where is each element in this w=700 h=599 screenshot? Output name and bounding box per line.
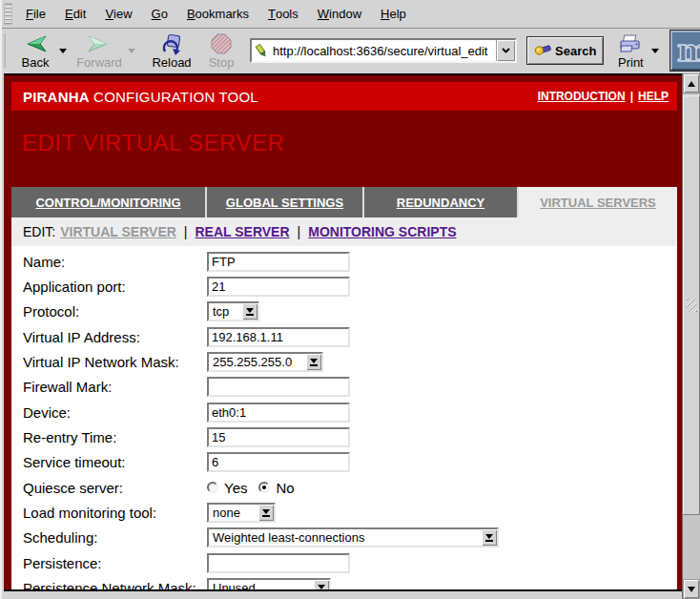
subnav-link-real-server[interactable]: REAL SERVER <box>196 224 290 239</box>
scroll-up-button[interactable] <box>683 73 700 93</box>
subnav-separator: | <box>184 224 188 239</box>
form-row-firewall-mark: Firewall Mark: <box>11 375 677 400</box>
scroll-up-icon <box>688 81 695 87</box>
device-input[interactable] <box>207 403 350 423</box>
url-input[interactable] <box>271 40 496 61</box>
form-row-persistence: Persistence: <box>11 550 677 575</box>
scheduling-select[interactable]: Weighted least-connections <box>207 527 499 547</box>
scroll-down-button[interactable] <box>683 579 700 599</box>
forward-label: Forward <box>76 56 122 69</box>
navigation-toolbar: Back Forward Reload <box>2 29 700 72</box>
subnav-link-virtual-server[interactable]: VIRTUAL SERVER <box>60 224 176 239</box>
url-bar <box>250 38 517 63</box>
svg-text:m: m <box>677 33 700 68</box>
forward-button[interactable]: Forward <box>72 31 126 71</box>
print-dropdown-button[interactable] <box>649 31 661 71</box>
url-dropdown-button[interactable] <box>496 40 515 61</box>
back-button[interactable]: Back <box>13 31 57 71</box>
quiesce-server-no-radio[interactable] <box>258 482 270 493</box>
reload-button[interactable]: Reload <box>147 31 196 71</box>
form-row-service-timeout: Service timeout: <box>11 450 677 475</box>
label-re-entry-time: Re-entry Time: <box>23 429 207 445</box>
search-button[interactable]: Search <box>526 36 604 65</box>
tab-control-monitoring[interactable]: CONTROL/MONITORING <box>11 187 207 217</box>
label-scheduling: Scheduling: <box>23 529 207 546</box>
label-name: Name: <box>23 254 207 270</box>
form-row-virtual-ip-network-mask: Virtual IP Network Mask:255.255.255.0 <box>11 349 677 374</box>
dropdown-arrow-icon <box>258 505 274 521</box>
label-virtual-ip-network-mask: Virtual IP Network Mask: <box>23 354 207 370</box>
application-port-input[interactable] <box>207 277 350 297</box>
protocol-select[interactable]: tcp <box>207 301 259 321</box>
page-title: EDIT VIRTUAL SERVER <box>22 130 284 156</box>
introduction-link[interactable]: INTRODUCTION <box>538 90 626 103</box>
form-row-virtual-ip-address: Virtual IP Address: <box>11 324 677 349</box>
back-icon <box>23 32 48 55</box>
header-link-separator: | <box>630 90 633 103</box>
service-timeout-input[interactable] <box>207 452 350 472</box>
quiesce-server-yes-radio[interactable] <box>207 482 218 493</box>
help-link[interactable]: HELP <box>638 90 669 103</box>
edit-subnav: EDIT: VIRTUAL SERVER|REAL SERVER|MONITOR… <box>11 217 677 246</box>
search-icon <box>534 42 551 59</box>
menu-bookmarks[interactable]: Bookmarks <box>177 0 258 28</box>
label-application-port: Application port: <box>23 279 207 295</box>
tab-redundancy[interactable]: REDUNDANCY <box>364 187 519 217</box>
persistence-input[interactable] <box>207 553 350 573</box>
stop-icon <box>211 32 232 55</box>
form-row-load-monitoring-tool: Load monitoring tool:none <box>11 500 677 525</box>
name-input[interactable] <box>207 252 350 272</box>
vertical-scrollbar <box>682 73 700 599</box>
load-monitoring-tool-select[interactable]: none <box>207 503 276 523</box>
form-row-persistence-network-mask: Persistence Network Mask:Unused <box>11 575 677 589</box>
menu-help[interactable]: Help <box>371 0 416 28</box>
scrollbar-thumb[interactable] <box>683 95 700 515</box>
form-row-name: Name: <box>11 249 677 274</box>
page-proxy-icon[interactable] <box>252 44 271 58</box>
subnav-separator: | <box>298 224 301 239</box>
forward-dropdown-button[interactable] <box>126 31 137 71</box>
firewall-mark-input[interactable] <box>207 377 350 397</box>
form-row-protocol: Protocol:tcp <box>11 300 677 324</box>
reload-icon <box>160 32 183 55</box>
reload-label: Reload <box>152 56 191 69</box>
app-brand: PIRANHA CONFIGURATION TOOL <box>23 89 258 105</box>
persistence-network-mask-select[interactable]: Unused <box>207 578 331 589</box>
print-icon <box>618 32 643 55</box>
edit-prefix: EDIT: <box>23 224 55 239</box>
label-device: Device: <box>23 404 207 421</box>
main-tabs: CONTROL/MONITORINGGLOBAL SETTINGSREDUNDA… <box>11 187 677 217</box>
tab-global-settings[interactable]: GLOBAL SETTINGS <box>207 187 364 217</box>
back-label: Back <box>22 56 50 69</box>
mozilla-logo-button[interactable]: m <box>670 31 700 71</box>
menubar-grippy[interactable] <box>4 3 12 25</box>
menu-tools[interactable]: Tools <box>258 0 308 28</box>
back-dropdown-button[interactable] <box>57 31 69 71</box>
virtual-ip-network-mask-select[interactable]: 255.255.255.0 <box>207 352 323 372</box>
subnav-link-monitoring-scripts[interactable]: MONITORING SCRIPTS <box>308 224 456 239</box>
menu-view[interactable]: View <box>95 0 141 28</box>
print-label: Print <box>618 56 644 69</box>
label-virtual-ip-address: Virtual IP Address: <box>23 329 207 345</box>
menu-window[interactable]: Window <box>308 0 371 28</box>
mozilla-m-icon: m <box>674 33 700 68</box>
browser-viewport: PIRANHA CONFIGURATION TOOL INTRODUCTION … <box>4 73 684 591</box>
virtual-ip-network-mask-selected-value: 255.255.255.0 <box>209 355 306 369</box>
virtual-ip-address-input[interactable] <box>207 327 350 347</box>
label-persistence: Persistence: <box>23 555 207 571</box>
toolbar-grippy[interactable] <box>4 33 6 69</box>
label-load-monitoring-tool: Load monitoring tool: <box>23 505 207 521</box>
menu-file[interactable]: File <box>16 0 55 28</box>
label-protocol: Protocol: <box>23 303 207 320</box>
dropdown-arrow-icon <box>306 354 321 370</box>
print-button[interactable]: Print <box>611 31 649 71</box>
virtual-server-form: Name:Application port:Protocol:tcpVirtua… <box>11 246 677 589</box>
dropdown-arrow-icon <box>482 529 497 546</box>
stop-button[interactable]: Stop <box>202 31 240 71</box>
re-entry-time-input[interactable] <box>207 427 350 447</box>
tab-virtual-servers[interactable]: VIRTUAL SERVERS <box>519 187 677 217</box>
menu-edit[interactable]: Edit <box>55 0 95 28</box>
menu-go[interactable]: Go <box>142 0 177 28</box>
protocol-selected-value: tcp <box>209 304 242 319</box>
scheduling-selected-value: Weighted least-connections <box>209 530 482 545</box>
